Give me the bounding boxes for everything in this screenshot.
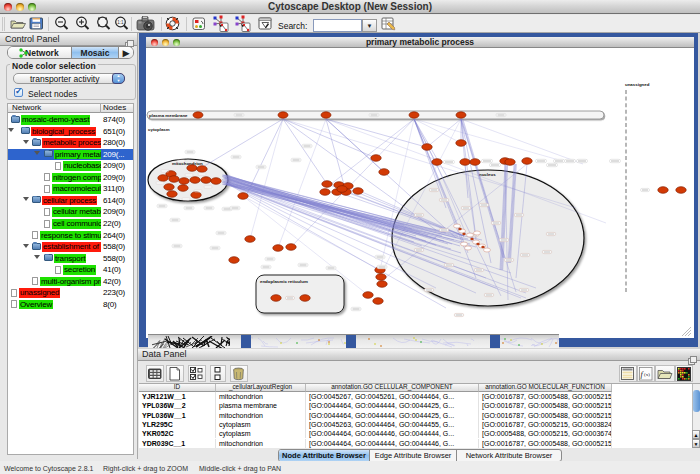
svg-text:cytoplasm: cytoplasm [148, 127, 170, 132]
svg-text:(x): (x) [644, 372, 650, 377]
svg-text:endoplasmic reticulum: endoplasmic reticulum [260, 279, 308, 284]
svg-text:nucleus: nucleus [479, 172, 496, 177]
svg-text:plasma membrane: plasma membrane [149, 113, 188, 118]
svg-text:1:1: 1:1 [117, 20, 124, 25]
svg-text:unassigned: unassigned [625, 82, 650, 87]
svg-text:mitochondrion: mitochondrion [172, 161, 203, 166]
